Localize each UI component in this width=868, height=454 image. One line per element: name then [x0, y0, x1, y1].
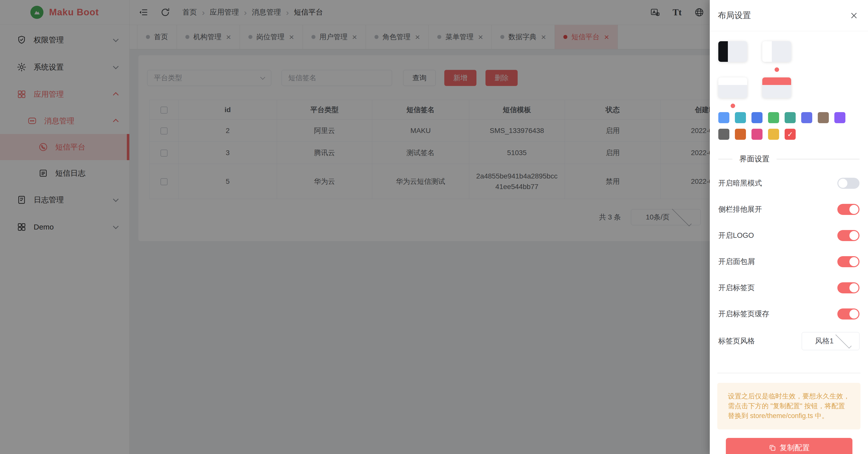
theme-color-swatch[interactable]: ✓ — [751, 129, 763, 140]
theme-color-palette: ✓ ✓ ✓ ✓ ✓ ✓ ✓ ✓ ✓ ✓ ✓ ✓ ✓ — [718, 112, 847, 140]
theme-color-swatch[interactable]: ✓ — [768, 112, 779, 123]
dark-sidebar-thumbnail — [718, 41, 747, 62]
theme-color-swatch[interactable]: ✓ — [751, 112, 763, 123]
setting-breadcrumb: 开启面包屑 — [718, 249, 860, 275]
setting-label: 开启暗黑模式 — [718, 178, 762, 188]
app-root: Maku Boot 权限管理 系统设置 应用管理 消息管理 — [0, 0, 868, 454]
copy-icon — [769, 444, 776, 452]
breadcrumb-toggle[interactable] — [837, 256, 860, 267]
setting-label: 开启LOGO — [718, 230, 754, 240]
setting-logo: 开启LOGO — [718, 223, 860, 249]
setting-label: 开启面包屑 — [718, 257, 755, 267]
layout-option-primary-topbar[interactable] — [762, 78, 791, 98]
drawer-divider — [717, 373, 861, 373]
theme-color-swatch[interactable]: ✓ — [818, 112, 829, 123]
ui-settings-divider: 界面设置 — [718, 154, 860, 164]
layout-option-dark-sidebar[interactable] — [718, 41, 747, 62]
setting-label: 开启标签页 — [718, 283, 755, 293]
sidebar-accordion-toggle[interactable] — [837, 204, 860, 215]
setting-tabs: 开启标签页 — [718, 275, 860, 301]
selected-dot-icon — [775, 67, 779, 72]
chevron-down-icon — [835, 332, 851, 348]
theme-color-swatch[interactable]: ✓ — [718, 112, 730, 123]
dark-mode-toggle[interactable] — [837, 178, 860, 189]
theme-color-swatch[interactable]: ✓ — [735, 129, 746, 140]
layout-thumbnails — [718, 41, 860, 108]
theme-color-swatch[interactable]: ✓ — [735, 112, 746, 123]
copy-config-button[interactable]: 复制配置 — [726, 438, 852, 454]
drawer-title: 布局设置 — [718, 10, 751, 21]
setting-tab-style: 标签页风格 风格1 — [718, 327, 860, 355]
settings-warning: 设置之后仅是临时生效，要想永久生效，需点击下方的 "复制配置" 按钮，将配置替换… — [717, 383, 861, 429]
selected-dot-icon — [731, 104, 735, 108]
theme-color-swatch[interactable]: ✓ — [768, 129, 779, 140]
theme-color-swatch[interactable]: ✓ — [718, 129, 730, 140]
tab-style-select[interactable]: 风格1 — [802, 332, 860, 350]
tab-style-value: 风格1 — [815, 336, 834, 346]
theme-color-swatch[interactable]: ✓ — [801, 112, 812, 123]
layout-option-light-sidebar[interactable] — [762, 41, 791, 62]
light-sidebar-thumbnail — [762, 41, 791, 62]
setting-tabs-cache: 开启标签页缓存 — [718, 301, 860, 327]
tabs-cache-toggle[interactable] — [837, 308, 860, 319]
copy-config-label: 复制配置 — [780, 443, 810, 453]
setting-label: 标签页风格 — [718, 336, 755, 346]
setting-label: 开启标签页缓存 — [718, 309, 769, 319]
theme-color-swatch[interactable]: ✓ — [785, 112, 796, 123]
tabs-toggle[interactable] — [837, 282, 860, 293]
logo-toggle[interactable] — [837, 230, 860, 241]
close-icon[interactable] — [849, 10, 859, 21]
theme-color-swatch[interactable]: ✓ — [834, 112, 845, 123]
primary-topbar-thumbnail — [762, 78, 791, 98]
drawer-header: 布局设置 — [710, 0, 868, 31]
setting-label: 侧栏排他展开 — [718, 204, 762, 215]
layout-option-light-topbar[interactable] — [718, 78, 747, 98]
ui-settings: 开启暗黑模式 侧栏排他展开 开启LOGO 开启面包屑 开启标签页 开启标签页缓存 — [718, 170, 860, 355]
setting-sidebar-accordion: 侧栏排他展开 — [718, 196, 860, 223]
light-topbar-thumbnail — [718, 78, 747, 98]
layout-settings-drawer: 布局设置 ✓ ✓ ✓ ✓ ✓ — [710, 0, 868, 454]
theme-color-swatch[interactable]: ✓ — [785, 129, 796, 140]
setting-dark-mode: 开启暗黑模式 — [718, 170, 860, 196]
